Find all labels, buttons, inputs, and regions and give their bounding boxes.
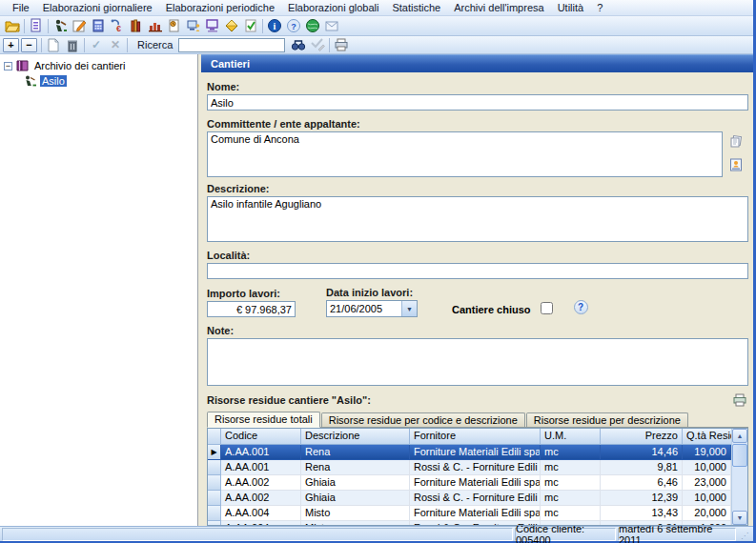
note-group: Note: xyxy=(207,325,748,386)
table-cell: mc xyxy=(541,460,601,475)
table-header-row: Codice Descrizione Fornitore U.M. Prezzo… xyxy=(208,429,731,445)
add-button[interactable]: + xyxy=(3,38,19,52)
address-book-icon[interactable] xyxy=(727,133,745,151)
col-descrizione[interactable]: Descrizione xyxy=(301,429,410,445)
data-inizio-combo[interactable]: 21/06/2005 ▼ xyxy=(326,300,418,317)
print-icon[interactable] xyxy=(332,36,351,53)
info-icon[interactable]: i xyxy=(265,17,284,34)
tab-risorse-codice-descrizione[interactable]: Risorse residue per codice e descrizione xyxy=(321,412,525,427)
localita-group: Località: xyxy=(207,250,748,279)
table-cell: Misto xyxy=(301,506,410,521)
edit-icon[interactable] xyxy=(70,17,89,34)
table-row[interactable]: A.AA.004MistoRossi & C. - Forniture Edil… xyxy=(208,521,731,525)
importo-input[interactable] xyxy=(207,301,296,317)
chevron-down-icon[interactable]: ▼ xyxy=(401,301,417,316)
table-row[interactable]: A.AA.002GhiaiaForniture Materiali Edili … xyxy=(208,475,731,491)
checklist-icon[interactable] xyxy=(241,17,260,34)
cantiere-chiuso-checkbox[interactable] xyxy=(541,302,553,314)
scroll-down-icon[interactable]: ▼ xyxy=(732,511,747,525)
row-indicator xyxy=(208,491,221,506)
archive-book-icon xyxy=(15,59,30,72)
tab-risorse-totali[interactable]: Risorse residue totali xyxy=(207,412,320,428)
open-folder-icon[interactable] xyxy=(3,17,22,34)
importo-label: Importo lavori: xyxy=(207,288,296,299)
table-row[interactable]: ▶A.AA.001RenaForniture Materiali Edili s… xyxy=(208,445,731,460)
monitor-icon[interactable] xyxy=(203,17,222,34)
menu-archivi-impresa[interactable]: Archivi dell'impresa xyxy=(447,1,550,14)
menu-elaborazioni-periodiche[interactable]: Elaborazioni periodiche xyxy=(159,1,281,14)
menu-file[interactable]: File xyxy=(6,1,36,14)
main-toolbar: € i ? xyxy=(0,16,753,36)
phone-euro-icon[interactable]: € xyxy=(108,17,127,34)
statusbar-client-code: Codice cliente: 005400 xyxy=(515,528,616,541)
field-help-icon[interactable]: ? xyxy=(574,300,588,314)
descrizione-textarea[interactable]: Asilo infantile Agugliano xyxy=(207,196,748,242)
filter-edit-icon[interactable] xyxy=(308,36,327,53)
tree-item-asilo[interactable]: Asilo xyxy=(2,73,195,89)
col-codice[interactable]: Codice xyxy=(221,429,301,445)
table-cell: 1,000 xyxy=(683,521,731,525)
data-inizio-group: Data inizio lavori: 21/06/2005 ▼ xyxy=(326,287,418,317)
committente-group: Committente / ente appaltante: Comune di… xyxy=(207,118,748,177)
calculator-icon[interactable] xyxy=(89,17,108,34)
table-cell: 10,000 xyxy=(683,491,731,506)
row-indicator xyxy=(208,475,221,491)
col-fornitore[interactable]: Fornitore xyxy=(410,429,541,445)
table-cell: Ghiaia xyxy=(301,491,410,506)
print-resources-icon[interactable] xyxy=(731,392,748,409)
scroll-up-icon[interactable]: ▲ xyxy=(732,429,747,443)
collapse-icon[interactable]: − xyxy=(4,62,12,70)
remove-button[interactable]: − xyxy=(21,38,37,52)
menu-elaborazioni-globali[interactable]: Elaborazioni globali xyxy=(281,1,385,14)
table-scrollbar[interactable]: ▲ ▼ xyxy=(731,429,747,525)
statusbar-date: martedì 6 settembre 2011 xyxy=(618,528,736,541)
cancel-icon[interactable]: ✕ xyxy=(106,36,125,53)
data-inizio-label: Data inizio lavori: xyxy=(326,287,418,298)
confirm-icon[interactable]: ✓ xyxy=(87,36,106,53)
table-cell: mc xyxy=(541,491,601,506)
table-row[interactable]: A.AA.001RenaRossi & C. - Forniture Edili… xyxy=(208,460,731,475)
menu-help[interactable]: ? xyxy=(590,1,609,14)
table-cell: A.AA.004 xyxy=(221,506,301,521)
table-cell: Rossi & C. - Forniture Edili snc xyxy=(410,521,541,525)
diamond-icon[interactable] xyxy=(222,17,241,34)
col-qta-residua[interactable]: Q.tà Residua xyxy=(683,429,731,445)
menu-statistiche[interactable]: Statistiche xyxy=(385,1,447,14)
importo-group: Importo lavori: xyxy=(207,288,296,317)
menu-utilita[interactable]: Utilità xyxy=(551,1,591,14)
localita-input[interactable] xyxy=(207,263,748,279)
note-textarea[interactable] xyxy=(207,338,748,386)
new-record-icon[interactable] xyxy=(44,36,63,53)
col-prezzo[interactable]: Prezzo xyxy=(601,429,683,445)
localita-label: Località: xyxy=(207,250,748,261)
clock-document-icon[interactable] xyxy=(165,17,184,34)
search-input[interactable] xyxy=(178,38,285,52)
find-binoculars-icon[interactable] xyxy=(289,36,308,53)
worker-icon[interactable] xyxy=(51,17,70,34)
nome-input[interactable] xyxy=(207,94,748,111)
delete-trash-icon[interactable] xyxy=(63,36,82,53)
mail-icon[interactable] xyxy=(322,17,341,34)
table-cell: Misto xyxy=(301,521,410,525)
resize-grip[interactable]: ⋰ xyxy=(738,528,751,541)
computer-user-icon[interactable] xyxy=(184,17,203,34)
tree-root-archivio-cantieri[interactable]: − Archivio dei cantieri xyxy=(2,58,195,73)
globe-icon[interactable] xyxy=(303,17,322,34)
books-icon[interactable] xyxy=(127,17,146,34)
document-icon[interactable] xyxy=(27,17,46,34)
table-cell: A.AA.004 xyxy=(221,521,301,525)
contact-card-icon[interactable] xyxy=(727,156,745,173)
table-row[interactable]: A.AA.002GhiaiaRossi & C. - Forniture Edi… xyxy=(208,491,731,506)
tab-risorse-descrizione[interactable]: Risorse residue per descrizione xyxy=(526,412,688,427)
table-cell: mc xyxy=(541,506,601,521)
committente-textarea[interactable]: Comune di Ancona xyxy=(207,131,723,177)
table-cell: 12,39 xyxy=(601,491,683,506)
scroll-thumb[interactable] xyxy=(732,444,747,467)
table-cell: Rena xyxy=(301,445,410,460)
col-um[interactable]: U.M. xyxy=(541,429,601,445)
table-row[interactable]: A.AA.004MistoForniture Materiali Edili s… xyxy=(208,506,731,521)
help-icon[interactable]: ? xyxy=(284,17,303,34)
bar-chart-icon[interactable] xyxy=(146,17,165,34)
svg-text:?: ? xyxy=(291,22,296,31)
menu-elaborazioni-giornaliere[interactable]: Elaborazioni giornaliere xyxy=(36,1,159,14)
